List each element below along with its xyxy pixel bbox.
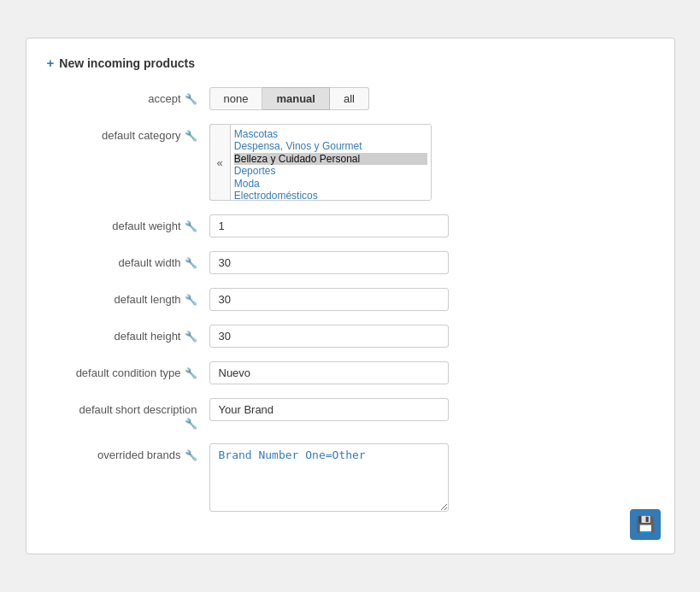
default-height-label: default height 🔧 xyxy=(47,325,209,343)
default-width-info-icon: 🔧 xyxy=(185,257,197,269)
default-height-info-icon: 🔧 xyxy=(185,331,197,343)
default-length-label: default length 🔧 xyxy=(47,288,209,306)
default-weight-row: default weight 🔧 xyxy=(47,214,654,237)
main-panel: + New incoming products accept 🔧 none ma… xyxy=(26,38,675,554)
accept-label: accept 🔧 xyxy=(47,87,209,105)
default-height-field-container xyxy=(209,325,449,348)
overrided-brands-row: overrided brands 🔧 Brand Number One=Othe… xyxy=(47,443,654,514)
default-condition-type-field-container xyxy=(209,361,449,384)
default-width-label: default width 🔧 xyxy=(47,251,209,269)
default-height-input[interactable] xyxy=(209,325,449,348)
save-button[interactable]: 💾 xyxy=(630,509,661,540)
default-category-label: default category 🔧 xyxy=(47,124,209,142)
default-short-description-label: default short description 🔧 xyxy=(47,398,209,430)
default-weight-input[interactable] xyxy=(209,214,449,237)
default-weight-label: default weight 🔧 xyxy=(47,214,209,232)
category-option-deportes[interactable]: Deportes xyxy=(234,165,427,177)
plus-icon: + xyxy=(47,56,55,70)
default-short-description-field-container xyxy=(209,398,449,421)
default-length-field-container xyxy=(209,288,449,311)
accept-row: accept 🔧 none manual all xyxy=(47,87,654,110)
accept-info-icon: 🔧 xyxy=(185,93,197,105)
default-length-row: default length 🔧 xyxy=(47,288,654,311)
accept-none-button[interactable]: none xyxy=(209,87,263,110)
overrided-brands-label: overrided brands 🔧 xyxy=(47,443,209,461)
default-short-description-info-icon: 🔧 xyxy=(185,418,197,430)
default-width-row: default width 🔧 xyxy=(47,251,654,274)
default-weight-field-container xyxy=(209,214,449,237)
save-icon: 💾 xyxy=(636,515,655,534)
default-weight-info-icon: 🔧 xyxy=(185,220,197,232)
accept-all-button[interactable]: all xyxy=(330,87,369,110)
listbox-move-button[interactable]: « xyxy=(209,124,230,201)
category-option-moda[interactable]: Moda xyxy=(234,178,427,190)
panel-title: + New incoming products xyxy=(47,56,654,70)
default-condition-type-row: default condition type 🔧 xyxy=(47,361,654,384)
default-short-description-row: default short description 🔧 xyxy=(47,398,654,430)
default-category-row: default category 🔧 « Mascotas Despensa, … xyxy=(47,124,654,201)
default-width-input[interactable] xyxy=(209,251,449,274)
category-option-electrodomesticos[interactable]: Electrodomésticos xyxy=(234,190,427,201)
default-short-description-input[interactable] xyxy=(209,398,449,421)
default-length-input[interactable] xyxy=(209,288,449,311)
default-condition-type-input[interactable] xyxy=(209,361,449,384)
overrided-brands-textarea[interactable]: Brand Number One=Other xyxy=(209,443,449,512)
accept-manual-button[interactable]: manual xyxy=(262,87,330,110)
default-width-field-container xyxy=(209,251,449,274)
default-category-select[interactable]: Mascotas Despensa, Vinos y Gourmet Belle… xyxy=(230,124,432,201)
default-category-listbox-container: « Mascotas Despensa, Vinos y Gourmet Bel… xyxy=(209,124,432,201)
category-option-despensa[interactable]: Despensa, Vinos y Gourmet xyxy=(234,140,427,152)
default-length-info-icon: 🔧 xyxy=(185,294,197,306)
accept-btn-group: none manual all xyxy=(209,87,449,110)
default-height-row: default height 🔧 xyxy=(47,325,654,348)
overrided-brands-field-container: Brand Number One=Other xyxy=(209,443,449,514)
default-condition-type-label: default condition type 🔧 xyxy=(47,361,209,379)
default-condition-type-info-icon: 🔧 xyxy=(185,367,197,379)
category-option-belleza[interactable]: Belleza y Cuidado Personal xyxy=(234,153,427,165)
category-option-mascotas[interactable]: Mascotas xyxy=(234,128,427,140)
default-category-info-icon: 🔧 xyxy=(185,130,197,142)
overrided-brands-info-icon: 🔧 xyxy=(185,449,197,461)
